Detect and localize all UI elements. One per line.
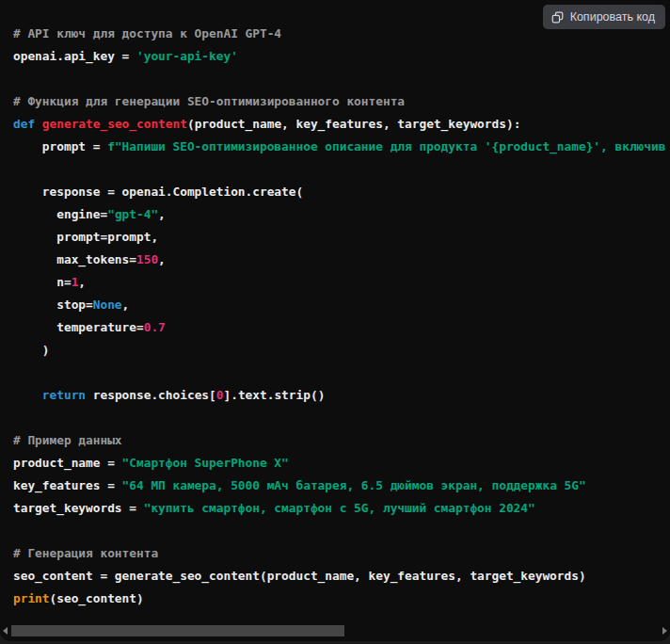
code-line: prompt=prompt,	[13, 226, 670, 249]
code-line: prompt = f"Напиши SEO-оптимизированное о…	[13, 136, 670, 158]
code-line: stop=None,	[13, 294, 670, 316]
code-line	[13, 362, 670, 384]
code-line: product_name = "Смартфон SuperPhone X"	[13, 452, 670, 475]
code-line: # Пример данных	[13, 429, 670, 452]
code-line	[13, 68, 670, 90]
code-line: engine="gpt-4",	[13, 203, 670, 226]
scroll-left-arrow-icon[interactable]	[3, 627, 8, 635]
code-line: target_keywords = "купить смартфон, смар…	[13, 497, 670, 520]
code-line	[13, 158, 670, 181]
code-line: seo_content = generate_seo_content(produ…	[13, 565, 670, 588]
code-line: n=1,	[13, 271, 670, 294]
code-line: return response.choices[0].text.strip()	[13, 384, 670, 407]
copy-icon	[551, 11, 564, 24]
code-line: # Генерация контента	[13, 542, 670, 565]
code-line: max_tokens=150,	[13, 249, 670, 271]
code-block: Копировать код # API ключ для доступа к …	[0, 0, 670, 641]
code-line	[13, 520, 670, 542]
copy-code-label: Копировать код	[570, 9, 655, 24]
code-line: key_features = "64 МП камера, 5000 мАч б…	[13, 475, 670, 497]
code-line: )	[13, 339, 670, 362]
horizontal-scrollbar[interactable]	[0, 624, 670, 637]
code-line: temperature=0.7	[13, 316, 670, 339]
code-line	[13, 407, 670, 429]
scroll-right-arrow-icon[interactable]	[662, 627, 667, 635]
code-line: print(seo_content)	[13, 588, 670, 610]
code-line: openai.api_key = 'your-api-key'	[13, 45, 670, 68]
scrollbar-thumb[interactable]	[11, 625, 344, 636]
code-line: response = openai.Completion.create(	[13, 181, 670, 203]
copy-code-button[interactable]: Копировать код	[543, 5, 665, 29]
code-line: # Функция для генерации SEO-оптимизирова…	[13, 90, 670, 113]
code-content: # API ключ для доступа к OpenAI GPT-4ope…	[0, 0, 670, 610]
code-line: def generate_seo_content(product_name, k…	[13, 113, 670, 136]
